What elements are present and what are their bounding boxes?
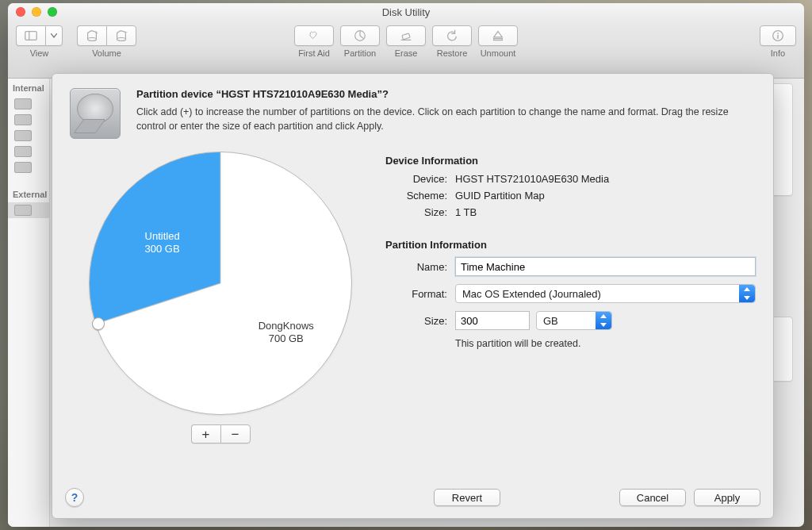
partition-icon bbox=[353, 29, 367, 43]
pie-slice-label: DongKnows 700 GB bbox=[251, 320, 322, 346]
disk-icon bbox=[14, 130, 32, 141]
partition-button[interactable] bbox=[340, 25, 380, 46]
volume-add-icon: + bbox=[85, 29, 99, 43]
device-value: HGST HTS721010A9E630 Media bbox=[455, 173, 756, 185]
unmount-button[interactable] bbox=[478, 25, 518, 46]
toolbar-label-first-aid: First Aid bbox=[298, 49, 330, 58]
toolbar-label-erase: Erase bbox=[395, 49, 418, 58]
toolbar-label-unmount: Unmount bbox=[481, 49, 516, 58]
toolbar-label-view: View bbox=[30, 49, 49, 58]
minus-icon: − bbox=[232, 428, 239, 441]
sheet-title: Partition device “HGST HTS721010A9E630 M… bbox=[136, 88, 755, 100]
apply-button[interactable]: Apply bbox=[694, 489, 760, 506]
view-mode-menu-button[interactable] bbox=[45, 25, 63, 46]
titlebar: Disk Utility bbox=[8, 3, 804, 21]
plus-icon: + bbox=[202, 428, 210, 441]
sidebar-section-internal: Internal bbox=[8, 79, 49, 96]
pie-resize-handle[interactable] bbox=[92, 317, 105, 330]
sidebar: Internal External bbox=[8, 79, 50, 527]
revert-button[interactable]: Revert bbox=[434, 489, 500, 506]
volume-remove-button[interactable]: − bbox=[106, 25, 136, 46]
add-partition-button[interactable]: + bbox=[191, 424, 220, 444]
disk-icon bbox=[14, 162, 32, 173]
svg-point-2 bbox=[87, 38, 96, 41]
scheme-value: GUID Partition Map bbox=[455, 190, 756, 202]
remove-partition-button[interactable]: − bbox=[220, 424, 251, 444]
info-button[interactable] bbox=[760, 25, 796, 46]
hard-disk-icon bbox=[70, 88, 121, 139]
toolbar-label-restore: Restore bbox=[437, 49, 468, 58]
select-stepper-icon bbox=[596, 312, 611, 329]
toolbar-label-volume: Volume bbox=[92, 49, 121, 58]
restore-icon bbox=[445, 29, 459, 43]
svg-point-4 bbox=[117, 38, 125, 41]
format-select[interactable]: Mac OS Extended (Journaled) bbox=[455, 284, 756, 303]
toolbar-label-info: Info bbox=[771, 49, 785, 58]
sidebar-item-internal-disk[interactable] bbox=[8, 96, 49, 112]
format-select-value: Mac OS Extended (Journaled) bbox=[462, 288, 601, 300]
sidebar-item-internal-disk[interactable] bbox=[8, 128, 49, 144]
first-aid-icon bbox=[307, 29, 321, 43]
format-label: Format: bbox=[385, 288, 447, 300]
device-size-value: 1 TB bbox=[455, 206, 756, 218]
svg-text:−: − bbox=[124, 29, 128, 36]
sidebar-item-internal-disk[interactable] bbox=[8, 144, 49, 159]
scheme-label: Scheme: bbox=[385, 190, 447, 202]
help-button[interactable]: ? bbox=[65, 488, 84, 507]
svg-rect-0 bbox=[25, 32, 36, 40]
size-unit-select[interactable]: GB bbox=[536, 311, 612, 330]
volume-add-button[interactable]: + bbox=[77, 25, 106, 46]
first-aid-button[interactable] bbox=[294, 25, 334, 46]
disk-icon bbox=[14, 146, 32, 157]
toolbar-label-partition: Partition bbox=[344, 49, 376, 58]
cancel-button[interactable]: Cancel bbox=[619, 489, 686, 506]
partition-status-note: This partition will be created. bbox=[455, 338, 756, 349]
sidebar-section-external: External bbox=[8, 185, 49, 202]
disk-icon bbox=[14, 98, 32, 109]
erase-icon bbox=[399, 29, 413, 43]
partition-information-header: Partition Information bbox=[385, 239, 756, 251]
svg-rect-12 bbox=[777, 35, 778, 39]
partition-name-input[interactable] bbox=[455, 257, 756, 276]
volume-remove-icon: − bbox=[114, 29, 128, 43]
window-title: Disk Utility bbox=[8, 6, 804, 18]
chevron-down-icon bbox=[51, 33, 57, 38]
erase-button[interactable] bbox=[386, 25, 426, 46]
name-label: Name: bbox=[385, 261, 447, 273]
pie-slice-label: Untitled 300 GB bbox=[127, 230, 198, 256]
sidebar-item-internal-disk[interactable] bbox=[8, 112, 49, 128]
svg-rect-7 bbox=[402, 33, 410, 40]
sidebar-icon bbox=[24, 29, 38, 43]
help-icon: ? bbox=[71, 491, 79, 504]
device-size-label: Size: bbox=[385, 206, 447, 218]
partition-sheet: Partition device “HGST HTS721010A9E630 M… bbox=[52, 73, 774, 519]
sidebar-item-internal-disk[interactable] bbox=[8, 159, 49, 175]
size-unit-value: GB bbox=[543, 315, 558, 327]
svg-rect-9 bbox=[494, 39, 503, 40]
svg-text:+: + bbox=[95, 29, 98, 36]
device-information-header: Device Information bbox=[385, 155, 756, 167]
partition-size-label: Size: bbox=[385, 315, 447, 327]
sheet-subtitle: Click add (+) to increase the number of … bbox=[136, 105, 755, 133]
disk-icon bbox=[14, 114, 32, 125]
svg-point-11 bbox=[777, 33, 779, 34]
sidebar-item-external-disk[interactable] bbox=[8, 202, 49, 218]
view-mode-button[interactable] bbox=[16, 25, 45, 46]
eject-icon bbox=[491, 29, 505, 43]
partition-pie-chart[interactable]: Untitled 300 GB DongKnows 700 GB bbox=[89, 152, 352, 415]
info-icon bbox=[771, 29, 785, 43]
toolbar: View + − Volume bbox=[8, 21, 804, 79]
select-stepper-icon bbox=[739, 285, 755, 302]
restore-button[interactable] bbox=[432, 25, 472, 46]
device-label: Device: bbox=[385, 173, 447, 185]
partition-size-input[interactable] bbox=[455, 311, 530, 330]
disk-icon bbox=[14, 205, 32, 216]
disk-utility-window: Disk Utility View bbox=[8, 3, 804, 527]
